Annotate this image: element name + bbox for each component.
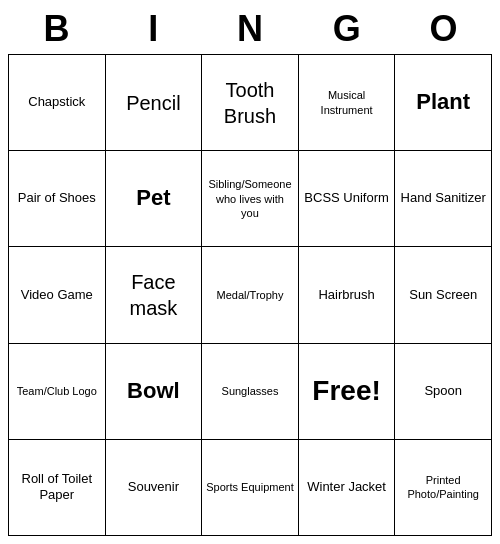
cell-text-r2-c0: Video Game bbox=[21, 287, 93, 304]
cell-r2-c3: Hairbrush bbox=[299, 247, 396, 343]
cell-r0-c0: Chapstick bbox=[9, 55, 106, 151]
cell-r1-c1: Pet bbox=[106, 151, 203, 247]
cell-r1-c3: BCSS Uniform bbox=[299, 151, 396, 247]
bingo-letter-b: B bbox=[16, 8, 96, 50]
cell-r0-c1: Pencil bbox=[106, 55, 203, 151]
cell-text-r3-c0: Team/Club Logo bbox=[17, 384, 97, 398]
cell-r1-c0: Pair of Shoes bbox=[9, 151, 106, 247]
cell-r0-c4: Plant bbox=[395, 55, 492, 151]
cell-text-r0-c1: Pencil bbox=[126, 90, 180, 116]
bingo-letter-i: I bbox=[113, 8, 193, 50]
cell-r2-c1: Face mask bbox=[106, 247, 203, 343]
bingo-grid: ChapstickPencilTooth BrushMusical Instru… bbox=[8, 54, 492, 536]
cell-r2-c4: Sun Screen bbox=[395, 247, 492, 343]
cell-r1-c4: Hand Sanitizer bbox=[395, 151, 492, 247]
cell-r4-c1: Souvenir bbox=[106, 440, 203, 536]
cell-text-r1-c3: BCSS Uniform bbox=[304, 190, 389, 207]
cell-r4-c2: Sports Equipment bbox=[202, 440, 299, 536]
cell-r3-c4: Spoon bbox=[395, 344, 492, 440]
bingo-header: BINGO bbox=[8, 8, 492, 50]
cell-r4-c0: Roll of Toilet Paper bbox=[9, 440, 106, 536]
cell-r3-c2: Sunglasses bbox=[202, 344, 299, 440]
cell-text-r1-c2: Sibling/Someone who lives with you bbox=[206, 177, 294, 220]
cell-text-r0-c4: Plant bbox=[416, 88, 470, 117]
cell-text-r3-c3: Free! bbox=[312, 373, 380, 409]
cell-r0-c3: Musical Instrument bbox=[299, 55, 396, 151]
cell-r4-c4: Printed Photo/Painting bbox=[395, 440, 492, 536]
cell-text-r4-c1: Souvenir bbox=[128, 479, 179, 496]
cell-text-r4-c4: Printed Photo/Painting bbox=[399, 473, 487, 502]
cell-r3-c3: Free! bbox=[299, 344, 396, 440]
cell-text-r2-c2: Medal/Trophy bbox=[217, 288, 284, 302]
bingo-letter-o: O bbox=[404, 8, 484, 50]
cell-r3-c0: Team/Club Logo bbox=[9, 344, 106, 440]
cell-text-r0-c3: Musical Instrument bbox=[303, 88, 391, 117]
cell-r1-c2: Sibling/Someone who lives with you bbox=[202, 151, 299, 247]
cell-text-r2-c3: Hairbrush bbox=[318, 287, 374, 304]
cell-r4-c3: Winter Jacket bbox=[299, 440, 396, 536]
cell-r3-c1: Bowl bbox=[106, 344, 203, 440]
cell-text-r3-c2: Sunglasses bbox=[222, 384, 279, 398]
cell-text-r4-c3: Winter Jacket bbox=[307, 479, 386, 496]
bingo-letter-n: N bbox=[210, 8, 290, 50]
cell-text-r3-c1: Bowl bbox=[127, 377, 180, 406]
cell-text-r0-c2: Tooth Brush bbox=[206, 77, 294, 129]
cell-text-r0-c0: Chapstick bbox=[28, 94, 85, 111]
cell-text-r1-c1: Pet bbox=[136, 184, 170, 213]
cell-text-r1-c4: Hand Sanitizer bbox=[401, 190, 486, 207]
cell-r2-c0: Video Game bbox=[9, 247, 106, 343]
cell-text-r2-c4: Sun Screen bbox=[409, 287, 477, 304]
cell-text-r2-c1: Face mask bbox=[110, 269, 198, 321]
cell-text-r3-c4: Spoon bbox=[424, 383, 462, 400]
cell-text-r4-c0: Roll of Toilet Paper bbox=[13, 471, 101, 505]
cell-r2-c2: Medal/Trophy bbox=[202, 247, 299, 343]
cell-r0-c2: Tooth Brush bbox=[202, 55, 299, 151]
cell-text-r4-c2: Sports Equipment bbox=[206, 480, 293, 494]
cell-text-r1-c0: Pair of Shoes bbox=[18, 190, 96, 207]
bingo-letter-g: G bbox=[307, 8, 387, 50]
